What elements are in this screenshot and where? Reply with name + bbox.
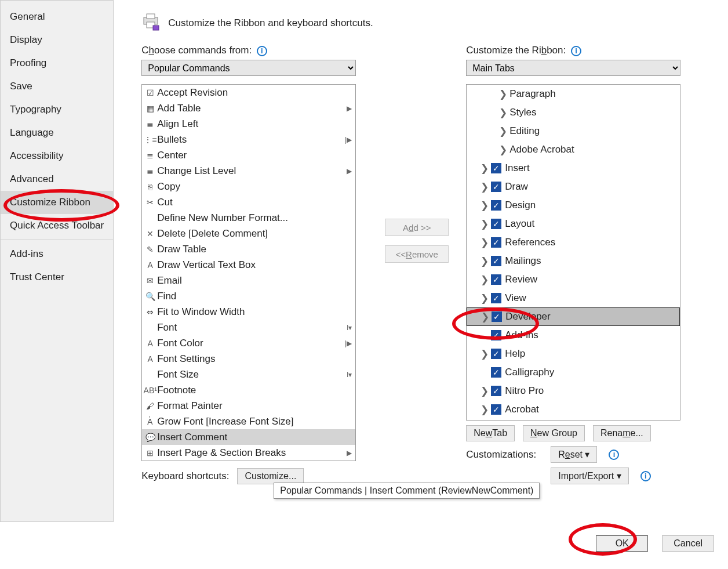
tree-row[interactable]: ❯✓Review: [467, 270, 680, 289]
checkbox[interactable]: ✓: [492, 311, 502, 322]
chevron-right-icon[interactable]: ❯: [481, 200, 491, 212]
chevron-right-icon[interactable]: ❯: [481, 218, 491, 230]
chevron-right-icon[interactable]: ❯: [481, 162, 491, 175]
command-item[interactable]: 🔍Find: [142, 288, 355, 304]
customize-ribbon-dropdown[interactable]: Main Tabs: [466, 60, 680, 76]
command-item[interactable]: AB¹Footnote: [142, 382, 355, 398]
checkbox[interactable]: ✓: [491, 237, 501, 248]
sidebar-item[interactable]: Proofing: [1, 52, 113, 75]
tree-row[interactable]: ❯✓Developer: [467, 307, 680, 326]
command-item[interactable]: ≣Center: [142, 147, 355, 163]
command-item[interactable]: AFont Color|▶: [142, 335, 355, 351]
tree-row[interactable]: ❯Paragraph: [467, 85, 680, 103]
command-item[interactable]: ⋮≡Bullets|▶: [142, 132, 355, 147]
command-item[interactable]: ⎘Copy: [142, 179, 355, 194]
chevron-right-icon[interactable]: ❯: [481, 292, 491, 305]
tree-row[interactable]: ✓Add-ins: [467, 326, 680, 345]
tree-row[interactable]: ❯Styles: [467, 103, 680, 122]
command-item[interactable]: A̍Grow Font [Increase Font Size]: [142, 414, 355, 429]
checkbox[interactable]: ✓: [491, 219, 501, 229]
chevron-right-icon[interactable]: ❯: [481, 255, 491, 267]
tree-row[interactable]: ❯✓Layout: [467, 215, 680, 233]
chevron-right-icon[interactable]: ❯: [481, 348, 491, 360]
sidebar-item[interactable]: Display: [1, 28, 113, 52]
command-item[interactable]: ✎Draw Table: [142, 241, 355, 257]
tree-row[interactable]: ❯✓References: [467, 233, 680, 252]
remove-button[interactable]: << Remove: [385, 245, 449, 263]
chevron-right-icon[interactable]: ❯: [481, 404, 491, 416]
checkbox[interactable]: ✓: [491, 349, 501, 359]
customize-keyboard-button[interactable]: Customize...: [237, 468, 304, 484]
command-item[interactable]: Define New Number Format...: [142, 210, 355, 226]
command-item[interactable]: 💬Insert Comment: [142, 429, 355, 445]
tree-row[interactable]: ❯✓Draw: [467, 177, 680, 196]
command-item[interactable]: ADraw Vertical Text Box: [142, 257, 355, 273]
chevron-right-icon[interactable]: ❯: [481, 237, 491, 249]
command-item[interactable]: ✉Email: [142, 273, 355, 288]
cancel-button[interactable]: Cancel: [662, 535, 714, 552]
command-label: Center: [157, 150, 187, 161]
command-item[interactable]: ☑Accept Revision: [142, 85, 355, 100]
checkbox[interactable]: ✓: [491, 293, 501, 303]
tree-row[interactable]: ✓Calligraphy: [467, 363, 680, 382]
tree-row[interactable]: ❯✓PDFelement: [467, 419, 680, 421]
new-group-button[interactable]: New Group: [523, 425, 585, 441]
sidebar-item[interactable]: Typography: [1, 98, 113, 121]
chevron-right-icon[interactable]: ❯: [481, 311, 492, 323]
command-item[interactable]: FontI▾: [142, 320, 355, 335]
chevron-right-icon[interactable]: ❯: [481, 181, 491, 193]
info-icon[interactable]: i: [571, 46, 581, 56]
ok-button[interactable]: OK: [596, 535, 648, 552]
tree-row[interactable]: ❯✓Nitro Pro: [467, 382, 680, 400]
add-button[interactable]: Add >>: [385, 219, 449, 236]
import-export-button[interactable]: Import/Export ▾: [551, 467, 628, 484]
checkbox[interactable]: ✓: [491, 404, 501, 415]
checkbox[interactable]: ✓: [491, 256, 501, 266]
new-tab-button[interactable]: New Tab: [466, 425, 515, 441]
reset-button[interactable]: Reset ▾: [551, 446, 597, 463]
checkbox[interactable]: ✓: [491, 182, 501, 192]
checkbox[interactable]: ✓: [491, 274, 501, 285]
tree-row[interactable]: ❯✓Help: [467, 345, 680, 363]
checkbox[interactable]: ✓: [491, 200, 501, 211]
sidebar-item[interactable]: Add-ins: [1, 242, 113, 266]
ribbon-tree[interactable]: ❯Paragraph❯Styles❯Editing❯Adobe Acrobat❯…: [466, 84, 680, 421]
tree-row[interactable]: ❯✓Insert: [467, 159, 680, 177]
rename-button[interactable]: Rename...: [593, 425, 651, 441]
info-icon[interactable]: i: [609, 450, 619, 460]
sidebar-item[interactable]: Quick Access Toolbar: [1, 214, 113, 237]
choose-commands-dropdown[interactable]: Popular Commands: [141, 60, 356, 76]
checkbox[interactable]: ✓: [491, 386, 501, 396]
tree-row[interactable]: ❯✓Mailings: [467, 252, 680, 270]
commands-listbox[interactable]: ☑Accept Revision▦Add Table▶≣Align Left⋮≡…: [141, 84, 356, 461]
tree-row[interactable]: ❯✓Design: [467, 196, 680, 215]
sidebar-item[interactable]: General: [1, 5, 113, 28]
chevron-right-icon[interactable]: ❯: [481, 385, 491, 397]
command-item[interactable]: ✂Cut: [142, 194, 355, 210]
sidebar-item[interactable]: Save: [1, 75, 113, 98]
sidebar-item[interactable]: Customize Ribbon: [1, 191, 113, 214]
sidebar-item[interactable]: Advanced: [1, 168, 113, 191]
command-item[interactable]: ▦Add Table▶: [142, 100, 355, 116]
sidebar-item[interactable]: Trust Center: [1, 266, 113, 289]
checkbox[interactable]: ✓: [491, 330, 501, 340]
command-item[interactable]: ✕Delete [Delete Comment]: [142, 226, 355, 241]
command-item[interactable]: ≣Change List Level▶: [142, 163, 355, 179]
info-icon[interactable]: i: [257, 46, 267, 56]
tree-row[interactable]: ❯Adobe Acrobat: [467, 140, 680, 159]
command-item[interactable]: Font SizeI▾: [142, 367, 355, 382]
tree-row[interactable]: ❯✓View: [467, 289, 680, 307]
command-item[interactable]: ⊞Insert Page & Section Breaks▶: [142, 445, 355, 461]
info-icon[interactable]: i: [640, 471, 651, 481]
checkbox[interactable]: ✓: [491, 163, 501, 173]
tree-row[interactable]: ❯Editing: [467, 122, 680, 140]
command-item[interactable]: ⇔Fit to Window Width: [142, 304, 355, 320]
command-item[interactable]: 🖌Format Painter: [142, 398, 355, 414]
chevron-right-icon[interactable]: ❯: [481, 274, 491, 286]
tree-row[interactable]: ❯✓Acrobat: [467, 400, 680, 419]
command-item[interactable]: AFont Settings: [142, 351, 355, 367]
sidebar-item[interactable]: Accessibility: [1, 144, 113, 168]
checkbox[interactable]: ✓: [491, 367, 501, 378]
command-item[interactable]: ≣Align Left: [142, 116, 355, 132]
sidebar-item[interactable]: Language: [1, 121, 113, 144]
